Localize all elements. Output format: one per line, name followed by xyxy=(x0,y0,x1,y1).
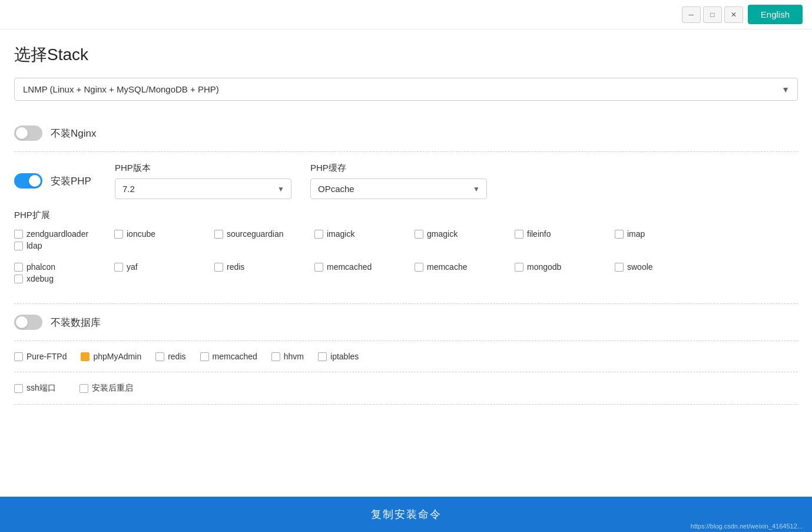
ext-yaf[interactable]: yaf xyxy=(114,262,208,272)
ssh-port-item[interactable]: ssh端口 xyxy=(14,383,56,394)
ext-zendguardloader-checkbox[interactable] xyxy=(14,230,23,239)
ext-gmagick[interactable]: gmagick xyxy=(415,229,509,239)
ext-fileinfo-checkbox[interactable] xyxy=(515,230,523,239)
restart-after-install-label: 安装后重启 xyxy=(92,383,133,394)
tool-memcached[interactable]: memcached xyxy=(200,352,257,361)
tool-redis[interactable]: redis xyxy=(155,352,185,361)
tools-row: Pure-FTPd phpMyAdmin redis memcached hhv… xyxy=(14,352,798,361)
ext-memcached[interactable]: memcached xyxy=(314,262,409,272)
ext-gmagick-checkbox[interactable] xyxy=(415,230,423,239)
ext-yaf-checkbox[interactable] xyxy=(114,263,123,272)
minimize-button[interactable]: ─ xyxy=(682,6,701,23)
php-cache-label: PHP缓存 xyxy=(310,163,487,174)
window-controls: ─ □ ✕ xyxy=(682,6,743,23)
ext-sourceguardian[interactable]: sourceguardian xyxy=(214,229,309,239)
ext-memcache[interactable]: memcache xyxy=(415,262,509,272)
database-toggle[interactable] xyxy=(14,315,42,330)
database-section: 不装数据库 xyxy=(14,304,798,341)
ssh-port-checkbox[interactable] xyxy=(14,384,23,393)
ext-memcached-checkbox[interactable] xyxy=(314,263,323,272)
ext-imagick-checkbox[interactable] xyxy=(314,230,323,239)
database-toggle-slider xyxy=(14,315,42,330)
nginx-toggle[interactable] xyxy=(14,125,42,141)
php-toggle[interactable] xyxy=(14,173,42,189)
ext-redis[interactable]: redis xyxy=(214,262,309,272)
ext-phalcon-checkbox[interactable] xyxy=(14,263,23,272)
php-top-row: 安装PHP PHP版本 5.6 7.0 7.1 7.2 7.3 7.4 8.0 xyxy=(14,163,798,199)
top-bar: ─ □ ✕ English xyxy=(0,0,812,29)
database-toggle-label: 不装数据库 xyxy=(51,316,101,329)
tool-iptables[interactable]: iptables xyxy=(318,352,359,361)
tools-section: Pure-FTPd phpMyAdmin redis memcached hhv… xyxy=(14,341,798,372)
stack-select[interactable]: LNMP (Linux + Nginx + MySQL/MongoDB + PH… xyxy=(14,78,798,101)
tool-pureftpd-checkbox[interactable] xyxy=(14,352,23,361)
close-button[interactable]: ✕ xyxy=(724,6,743,23)
php-dropdowns: PHP版本 5.6 7.0 7.1 7.2 7.3 7.4 8.0 ▼ xyxy=(115,163,487,199)
ssh-port-label: ssh端口 xyxy=(26,383,56,394)
page-title: 选择Stack xyxy=(14,44,798,66)
ext-mongodb-checkbox[interactable] xyxy=(515,263,523,272)
ext-ldap[interactable]: ldap xyxy=(14,241,108,250)
php-cache-group: PHP缓存 OPcache xcache eaccelerator apcu n… xyxy=(310,163,487,199)
php-toggle-group: 安装PHP xyxy=(14,173,91,189)
ext-memcache-checkbox[interactable] xyxy=(415,263,423,272)
database-toggle-row: 不装数据库 xyxy=(14,315,798,330)
php-extensions-row1: zendguardloader ioncube sourceguardian i… xyxy=(14,229,798,253)
restart-after-install-item[interactable]: 安装后重启 xyxy=(79,383,133,394)
english-button[interactable]: English xyxy=(748,5,803,24)
ext-swoole-checkbox[interactable] xyxy=(615,263,624,272)
ext-phalcon[interactable]: phalcon xyxy=(14,262,108,272)
maximize-button[interactable]: □ xyxy=(703,6,722,23)
php-version-label: PHP版本 xyxy=(115,163,291,174)
php-version-select-wrapper: 5.6 7.0 7.1 7.2 7.3 7.4 8.0 ▼ xyxy=(115,179,291,199)
ext-zendguardloader[interactable]: zendguardloader xyxy=(14,229,108,239)
tool-memcached-checkbox[interactable] xyxy=(200,352,209,361)
tool-hhvm-checkbox[interactable] xyxy=(271,352,280,361)
php-cache-select[interactable]: OPcache xcache eaccelerator apcu no-cach… xyxy=(310,179,487,199)
nginx-toggle-slider xyxy=(14,125,42,141)
ext-xdebug-checkbox[interactable] xyxy=(14,275,23,283)
ext-imap[interactable]: imap xyxy=(615,229,709,239)
ext-ioncube[interactable]: ioncube xyxy=(114,229,208,239)
tool-phpmyadmin[interactable]: phpMyAdmin xyxy=(81,352,141,361)
restart-after-install-checkbox[interactable] xyxy=(79,384,88,393)
php-extensions-row2: phalcon yaf redis memcached memcache xyxy=(14,262,798,286)
nginx-toggle-label: 不装Nginx xyxy=(51,127,96,140)
nginx-section: 不装Nginx xyxy=(14,115,798,152)
php-extensions-label: PHP扩展 xyxy=(14,210,798,221)
ext-imap-checkbox[interactable] xyxy=(615,230,624,239)
tool-hhvm[interactable]: hhvm xyxy=(271,352,304,361)
php-cache-select-wrapper: OPcache xcache eaccelerator apcu no-cach… xyxy=(310,179,487,199)
ext-redis-checkbox[interactable] xyxy=(214,263,223,272)
ext-fileinfo[interactable]: fileinfo xyxy=(515,229,609,239)
ext-swoole[interactable]: swoole xyxy=(615,262,709,272)
tool-pureftpd[interactable]: Pure-FTPd xyxy=(14,352,67,361)
ext-imagick[interactable]: imagick xyxy=(314,229,409,239)
nginx-toggle-row: 不装Nginx xyxy=(14,125,798,141)
ssh-row: ssh端口 安装后重启 xyxy=(14,383,798,394)
ssh-section: ssh端口 安装后重启 xyxy=(14,372,798,405)
tool-iptables-checkbox[interactable] xyxy=(318,352,327,361)
php-extensions-grid: zendguardloader ioncube sourceguardian i… xyxy=(14,229,798,295)
main-content: 选择Stack LNMP (Linux + Nginx + MySQL/Mong… xyxy=(0,29,812,452)
ext-mongodb[interactable]: mongodb xyxy=(515,262,609,272)
ext-sourceguardian-checkbox[interactable] xyxy=(214,230,223,239)
tool-phpmyadmin-checkbox[interactable] xyxy=(81,352,90,361)
php-section: 安装PHP PHP版本 5.6 7.0 7.1 7.2 7.3 7.4 8.0 xyxy=(14,152,798,304)
ext-ioncube-checkbox[interactable] xyxy=(114,230,123,239)
stack-select-wrapper: LNMP (Linux + Nginx + MySQL/MongoDB + PH… xyxy=(14,78,798,101)
ext-xdebug[interactable]: xdebug xyxy=(14,274,108,283)
php-version-select[interactable]: 5.6 7.0 7.1 7.2 7.3 7.4 8.0 xyxy=(115,179,291,199)
ext-ldap-checkbox[interactable] xyxy=(14,242,23,250)
php-toggle-slider xyxy=(14,173,42,189)
tool-redis-checkbox[interactable] xyxy=(155,352,164,361)
php-version-group: PHP版本 5.6 7.0 7.1 7.2 7.3 7.4 8.0 ▼ xyxy=(115,163,291,199)
php-toggle-label: 安装PHP xyxy=(51,174,91,188)
